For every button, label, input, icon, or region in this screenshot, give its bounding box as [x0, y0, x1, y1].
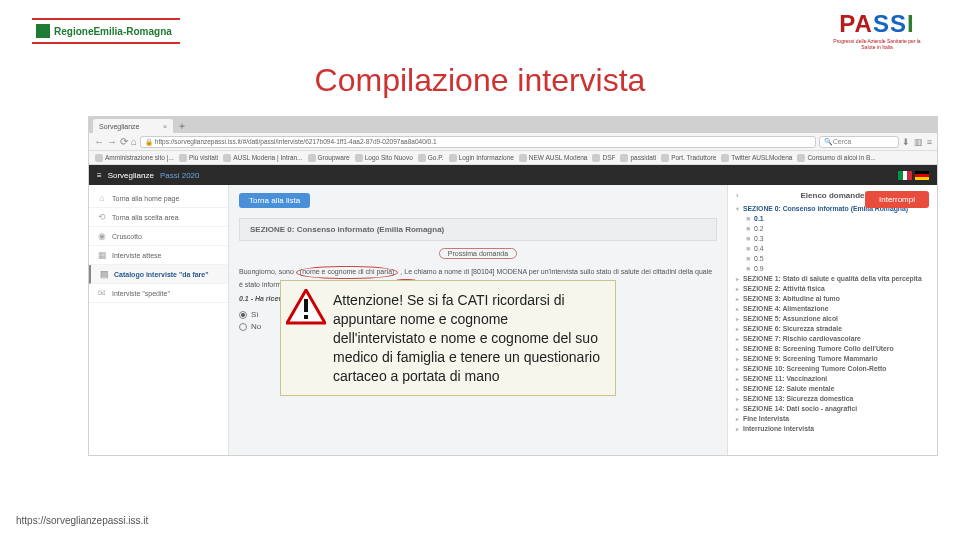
callout-text: Attenzione! Se si fa CATI ricordarsi di … — [333, 292, 600, 384]
svg-rect-2 — [304, 315, 308, 319]
rsub[interactable]: ■0.9 — [736, 263, 929, 273]
chevron-right-icon: ▸ — [736, 405, 739, 412]
address-bar[interactable]: 🔒 https://sorveglianzepassi.iss.it/#/dat… — [140, 136, 816, 148]
logo-square-icon — [36, 24, 50, 38]
chevron-right-icon: ▸ — [736, 335, 739, 342]
back-to-list-button[interactable]: Torna alla lista — [239, 193, 310, 208]
nav-home-icon[interactable]: ⌂ — [131, 136, 137, 147]
dashboard-icon: ◉ — [97, 231, 107, 241]
warning-icon — [286, 289, 326, 325]
browser-urlbar: ← → ⟳ ⌂ 🔒 https://sorveglianzepassi.iss.… — [89, 133, 937, 151]
rsub[interactable]: ■0.4 — [736, 243, 929, 253]
browser-tab[interactable]: Sorveglianze × — [93, 119, 173, 133]
footer-url: https://sorveglianzepassi.iss.it — [16, 515, 148, 526]
chevron-right-icon: ▸ — [736, 365, 739, 372]
sidebar-item-sent[interactable]: ✉Interviste "spedite" — [89, 284, 228, 303]
area-icon: ⟲ — [97, 212, 107, 222]
rsec[interactable]: ▸SEZIONE 4: Alimentazione — [736, 303, 929, 313]
chevron-right-icon: ▸ — [736, 425, 739, 432]
right-panel: ‹ Elenco domande › ▾SEZIONE 0: Consenso … — [727, 185, 937, 455]
chevron-right-icon: ▸ — [736, 415, 739, 422]
sidebar-item-home[interactable]: ⌂Torna alla home page — [89, 189, 228, 208]
bookmarks-bar: Amministrazione sito |... Più visitati A… — [89, 151, 937, 165]
bookmark-item[interactable]: Logo Sito Nuovo — [355, 154, 413, 162]
rsec[interactable]: ▸SEZIONE 11: Vaccinazioni — [736, 373, 929, 383]
bookmark-item[interactable]: NEW AUSL Modena — [519, 154, 588, 162]
close-icon[interactable]: × — [163, 123, 167, 130]
right-title: Elenco domande — [800, 191, 864, 200]
hamburger-icon[interactable]: ≡ — [97, 171, 102, 180]
nav-fwd-icon[interactable]: → — [107, 136, 117, 147]
bookmark-item[interactable]: Più visitati — [179, 154, 218, 162]
hint-circle-name: (nome e cognome di chi parla) — [296, 266, 399, 279]
logo-left-text: RegioneEmilia-Romagna — [54, 26, 172, 37]
rsec[interactable]: ▸SEZIONE 5: Assunzione alcol — [736, 313, 929, 323]
rsec[interactable]: ▸SEZIONE 7: Rischio cardiovascolare — [736, 333, 929, 343]
rsec[interactable]: ▸SEZIONE 3: Abitudine al fumo — [736, 293, 929, 303]
rsub[interactable]: ■0.5 — [736, 253, 929, 263]
next-question-badge[interactable]: Prossima domanda — [239, 249, 717, 258]
search-placeholder: Cerca — [833, 138, 852, 145]
breadcrumb-project[interactable]: Passi 2020 — [160, 171, 200, 180]
bookmark-item[interactable]: Groupware — [308, 154, 350, 162]
chevron-right-icon: ▸ — [736, 305, 739, 312]
app-header: ≡ Sorveglianze Passi 2020 — [89, 165, 937, 185]
bookmark-item[interactable]: Consumo di alcol in B... — [797, 154, 875, 162]
rsec[interactable]: ▸Fine Intervista — [736, 413, 929, 423]
interrupt-button[interactable]: Interrompi — [865, 191, 929, 208]
breadcrumb[interactable]: Sorveglianze — [108, 171, 154, 180]
rsec[interactable]: ▸SEZIONE 10: Screening Tumore Colon-Rett… — [736, 363, 929, 373]
library-icon[interactable]: ▥ — [914, 137, 923, 147]
rsec[interactable]: ▸SEZIONE 2: Attività fisica — [736, 283, 929, 293]
bookmark-item[interactable]: passidati — [620, 154, 656, 162]
rsec[interactable]: ▸SEZIONE 13: Sicurezza domestica — [736, 393, 929, 403]
chevron-left-icon[interactable]: ‹ — [736, 191, 739, 200]
rsec[interactable]: ▸SEZIONE 8: Screening Tumore Collo dell'… — [736, 343, 929, 353]
sidebar-item-area[interactable]: ⟲Torna alla scelta area — [89, 208, 228, 227]
bookmark-item[interactable]: Login Informazione — [449, 154, 514, 162]
bookmark-item[interactable]: Go.P. — [418, 154, 444, 162]
svg-rect-1 — [304, 299, 308, 312]
bookmark-item[interactable]: DSF — [592, 154, 615, 162]
bookmark-item[interactable]: Port. Traduttore — [661, 154, 716, 162]
left-sidebar: ⌂Torna alla home page ⟲Torna alla scelta… — [89, 185, 229, 455]
chevron-right-icon: ▸ — [736, 375, 739, 382]
sidebar-item-todo[interactable]: ▤Catalogo interviste "da fare" — [89, 265, 228, 284]
home-icon: ⌂ — [97, 193, 107, 203]
sidebar-item-pending[interactable]: ▦Interviste attese — [89, 246, 228, 265]
chevron-down-icon: ▾ — [736, 205, 739, 212]
download-icon[interactable]: ⬇ — [902, 137, 910, 147]
page-title: Compilazione intervista — [0, 62, 960, 99]
flag-it-icon[interactable] — [898, 171, 912, 180]
rsec[interactable]: ▸Interruzione intervista — [736, 423, 929, 433]
nav-back-icon[interactable]: ← — [94, 136, 104, 147]
chevron-right-icon: ▸ — [736, 395, 739, 402]
tab-label: Sorveglianze — [99, 123, 139, 130]
search-box[interactable]: 🔍 Cerca — [819, 136, 899, 148]
rsec[interactable]: ▸SEZIONE 9: Screening Tumore Mammario — [736, 353, 929, 363]
bookmark-item[interactable]: Amministrazione sito |... — [95, 154, 174, 162]
chevron-right-icon: ▸ — [736, 285, 739, 292]
chevron-right-icon: ▸ — [736, 315, 739, 322]
chevron-right-icon: ▸ — [736, 355, 739, 362]
rsec[interactable]: ▸SEZIONE 12: Salute mentale — [736, 383, 929, 393]
rsec[interactable]: ▸SEZIONE 1: Stato di salute e qualità de… — [736, 273, 929, 283]
sidebar-item-dashboard[interactable]: ◉Cruscotto — [89, 227, 228, 246]
rsec[interactable]: ▸SEZIONE 14: Dati socio - anagrafici — [736, 403, 929, 413]
bookmark-item[interactable]: AUSL Modena | Intran... — [223, 154, 302, 162]
add-tab-button[interactable]: ＋ — [177, 119, 187, 133]
rsub[interactable]: ■0.1 — [736, 213, 929, 223]
rsub[interactable]: ■0.2 — [736, 223, 929, 233]
rsec[interactable]: ▸SEZIONE 6: Sicurezza stradale — [736, 323, 929, 333]
chevron-right-icon: ▸ — [736, 295, 739, 302]
nav-reload-icon[interactable]: ⟳ — [120, 136, 128, 147]
bookmark-item[interactable]: Twitter AUSLModena — [721, 154, 792, 162]
sent-icon: ✉ — [97, 288, 107, 298]
chevron-right-icon: ▸ — [736, 385, 739, 392]
logo-passi: PASSI Progressi delle Aziende Sanitarie … — [828, 10, 926, 50]
rsub[interactable]: ■0.3 — [736, 233, 929, 243]
warning-callout: Attenzione! Se si fa CATI ricordarsi di … — [280, 280, 616, 396]
chevron-right-icon: ▸ — [736, 275, 739, 282]
menu-icon[interactable]: ≡ — [927, 137, 932, 147]
flag-de-icon[interactable] — [915, 171, 929, 180]
